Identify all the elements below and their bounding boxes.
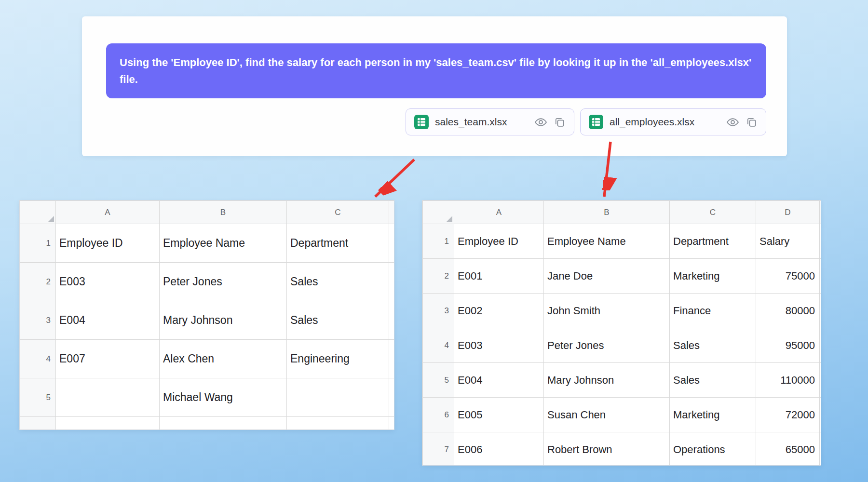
cell: E003: [56, 263, 160, 301]
cell: Sales: [670, 363, 756, 398]
cell: E004: [454, 363, 544, 398]
cell: Salary: [756, 224, 820, 259]
spreadsheet-grid: ABC1Employee IDEmployee NameDepartment2E…: [20, 201, 394, 429]
row-header: 4: [423, 328, 454, 363]
row-header: 2: [423, 259, 454, 294]
column-header: [389, 201, 394, 224]
cell: 72000: [756, 398, 820, 432]
cell: Sales: [670, 328, 756, 363]
cell: [820, 259, 821, 294]
cell: Department: [670, 224, 756, 259]
cell: [820, 294, 821, 328]
row-header: 2: [20, 263, 56, 301]
select-all-corner: [20, 201, 56, 224]
cell: Mary Johnson: [544, 363, 670, 398]
cell: [820, 328, 821, 363]
cell: [820, 363, 821, 398]
arrow-to-sales-team-sheet: [375, 160, 414, 197]
cell: E004: [56, 301, 160, 340]
cell: Marketing: [670, 259, 756, 294]
user-message-text: Using the 'Employee ID', find the salary…: [120, 56, 751, 85]
cell: Peter Jones: [160, 263, 287, 301]
cell: [820, 432, 821, 466]
chat-panel: Using the 'Employee ID', find the salary…: [82, 16, 787, 156]
cell: [389, 340, 394, 378]
cell: E003: [454, 328, 544, 363]
row-header: 5: [20, 378, 56, 417]
cell: 110000: [756, 363, 820, 398]
column-header: A: [454, 201, 544, 224]
copy-icon[interactable]: [746, 116, 758, 128]
column-header: B: [160, 201, 287, 224]
cell: Operations: [670, 432, 756, 466]
corner-triangle-icon: [48, 216, 54, 222]
cell: Engineering: [287, 340, 389, 378]
column-header: C: [670, 201, 756, 224]
attachment-chip-all-employees[interactable]: all_employees.xlsx: [580, 108, 766, 135]
cell: Mary Johnson: [160, 301, 287, 340]
cell: [287, 417, 389, 430]
column-header: B: [544, 201, 670, 224]
cell: Finance: [670, 294, 756, 328]
row-header: 7: [423, 432, 454, 466]
column-header: [820, 201, 821, 224]
cell: [56, 378, 160, 417]
row-header: 6: [20, 417, 56, 430]
column-header: C: [287, 201, 389, 224]
cell: 95000: [756, 328, 820, 363]
row-header: 5: [423, 363, 454, 398]
cell: [160, 417, 287, 430]
cell: [389, 263, 394, 301]
cell: [820, 224, 821, 259]
spreadsheet-file-icon: [589, 115, 603, 129]
attachment-list: sales_team.xlsx: [406, 108, 766, 135]
cell: E002: [454, 294, 544, 328]
attachment-filename: all_employees.xlsx: [610, 116, 694, 128]
cell: Alex Chen: [160, 340, 287, 378]
row-header: 3: [423, 294, 454, 328]
sales-team-spreadsheet: ABC1Employee IDEmployee NameDepartment2E…: [20, 201, 394, 429]
cell: E007: [56, 340, 160, 378]
cell: E005: [454, 398, 544, 432]
cell: Employee ID: [454, 224, 544, 259]
cell: Peter Jones: [544, 328, 670, 363]
cell: [820, 398, 821, 432]
attachment-chip-sales-team[interactable]: sales_team.xlsx: [406, 108, 574, 135]
copy-icon[interactable]: [554, 116, 566, 128]
eye-icon[interactable]: [534, 116, 547, 129]
cell: [389, 378, 394, 417]
cell: Employee ID: [56, 224, 160, 263]
cell: Employee Name: [544, 224, 670, 259]
cell: Sales: [287, 263, 389, 301]
cell: Sales: [287, 301, 389, 340]
corner-triangle-icon: [446, 216, 452, 222]
row-header: 1: [20, 224, 56, 263]
cell: Department: [287, 224, 389, 263]
column-header: D: [756, 201, 820, 224]
row-header: 3: [20, 301, 56, 340]
cell: 80000: [756, 294, 820, 328]
cell: Robert Brown: [544, 432, 670, 466]
cell: E006: [454, 432, 544, 466]
cell: John Smith: [544, 294, 670, 328]
spreadsheet-grid: ABCD1Employee IDEmployee NameDepartmentS…: [422, 201, 821, 465]
all-employees-spreadsheet: ABCD1Employee IDEmployee NameDepartmentS…: [422, 201, 821, 465]
cell: Michael Wang: [160, 378, 287, 417]
eye-icon[interactable]: [726, 116, 739, 129]
row-header: 1: [423, 224, 454, 259]
cell: [389, 301, 394, 340]
row-header: 6: [423, 398, 454, 432]
select-all-corner: [423, 201, 454, 224]
attachment-filename: sales_team.xlsx: [435, 116, 507, 128]
column-header: A: [56, 201, 160, 224]
cell: E001: [454, 259, 544, 294]
user-message-bubble: Using the 'Employee ID', find the salary…: [106, 43, 766, 98]
row-header: 4: [20, 340, 56, 378]
cell: [389, 224, 394, 263]
cell: Employee Name: [160, 224, 287, 263]
cell: Susan Chen: [544, 398, 670, 432]
cell: Marketing: [670, 398, 756, 432]
cell: 65000: [756, 432, 820, 466]
spreadsheet-file-icon: [414, 115, 429, 129]
cell: 75000: [756, 259, 820, 294]
